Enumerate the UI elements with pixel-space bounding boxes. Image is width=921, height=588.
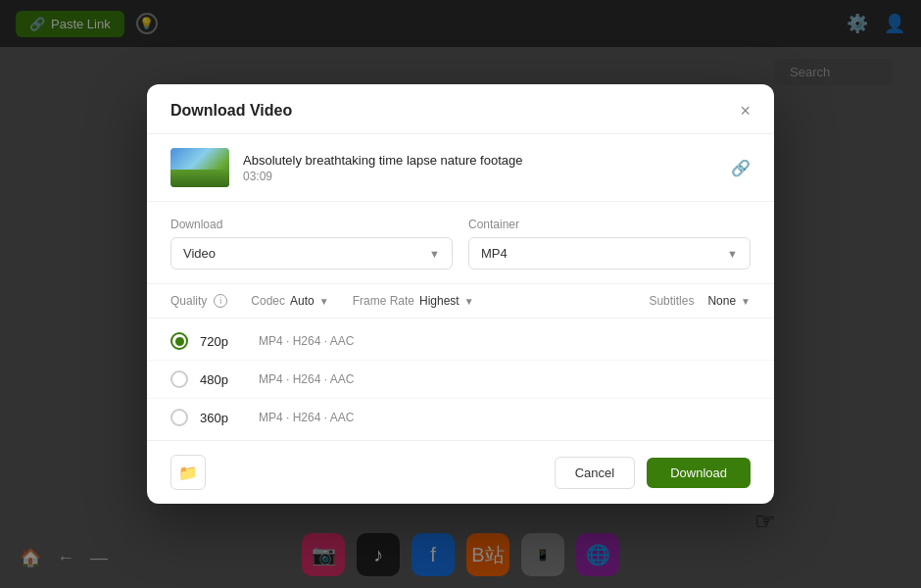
frame-rate-chevron-icon: ▼ bbox=[464, 296, 474, 307]
radio-360p[interactable] bbox=[170, 409, 188, 426]
quality-720p-label: 720p bbox=[200, 334, 259, 349]
subtitles-label: Subtitles bbox=[649, 294, 694, 308]
quality-480p-details: MP4 · H264 · AAC bbox=[259, 372, 354, 386]
download-type-label: Download bbox=[170, 218, 453, 231]
container-value: MP4 bbox=[481, 246, 508, 261]
subtitles-chevron-icon: ▼ bbox=[741, 296, 751, 307]
form-row: Download Video ▼ Container MP4 ▼ bbox=[170, 218, 751, 270]
video-thumbnail bbox=[170, 148, 229, 187]
form-section: Download Video ▼ Container MP4 ▼ bbox=[147, 202, 774, 270]
close-button[interactable]: × bbox=[740, 102, 751, 120]
quality-item-720p[interactable]: 720p MP4 · H264 · AAC bbox=[147, 322, 774, 361]
modal-header: Download Video × bbox=[147, 84, 774, 134]
quality-360p-details: MP4 · H264 · AAC bbox=[259, 411, 354, 424]
cancel-button[interactable]: Cancel bbox=[555, 457, 635, 489]
container-label: Container bbox=[468, 218, 751, 231]
download-video-modal: Download Video × Absolutely breathtaking… bbox=[147, 84, 774, 504]
quality-item-480p[interactable]: 480p MP4 · H264 · AAC bbox=[147, 361, 774, 399]
copy-link-icon[interactable]: 🔗 bbox=[731, 159, 751, 177]
frame-rate-value: Highest bbox=[419, 294, 460, 308]
modal-footer: 📁 Cancel Download bbox=[147, 440, 774, 504]
video-title: Absolutely breathtaking time lapse natur… bbox=[243, 153, 717, 168]
subtitles-option[interactable]: Subtitles None ▼ bbox=[649, 294, 751, 308]
folder-button[interactable]: 📁 bbox=[170, 455, 206, 490]
radio-480p[interactable] bbox=[170, 370, 188, 388]
options-bar: Quality i Codec Auto ▼ Frame Rate Highes… bbox=[147, 283, 774, 318]
frame-rate-option[interactable]: Frame Rate Highest ▼ bbox=[353, 294, 474, 308]
thumbnail-landscape bbox=[170, 170, 229, 187]
container-select[interactable]: MP4 ▼ bbox=[468, 237, 751, 270]
quality-720p-details: MP4 · H264 · AAC bbox=[259, 334, 354, 348]
radio-720p-inner bbox=[175, 337, 184, 346]
modal-title: Download Video bbox=[170, 102, 292, 120]
video-duration: 03:09 bbox=[243, 170, 717, 183]
modal-overlay: Download Video × Absolutely breathtaking… bbox=[0, 0, 921, 588]
video-info-row: Absolutely breathtaking time lapse natur… bbox=[147, 134, 774, 202]
quality-item-360p[interactable]: 360p MP4 · H264 · AAC bbox=[147, 399, 774, 436]
quality-label: Quality bbox=[170, 294, 207, 308]
quality-480p-label: 480p bbox=[200, 372, 259, 387]
video-meta: Absolutely breathtaking time lapse natur… bbox=[243, 153, 717, 183]
download-type-select[interactable]: Video ▼ bbox=[170, 237, 453, 270]
quality-list: 720p MP4 · H264 · AAC 480p MP4 · H264 · … bbox=[147, 318, 774, 440]
radio-720p[interactable] bbox=[170, 332, 188, 350]
quality-360p-label: 360p bbox=[200, 411, 259, 425]
codec-value: Auto bbox=[290, 294, 315, 308]
download-type-value: Video bbox=[183, 246, 216, 261]
download-type-group: Download Video ▼ bbox=[170, 218, 453, 270]
codec-option[interactable]: Codec Auto ▼ bbox=[251, 294, 328, 308]
quality-option[interactable]: Quality i bbox=[170, 294, 227, 308]
download-chevron-icon: ▼ bbox=[429, 248, 440, 260]
container-chevron-icon: ▼ bbox=[727, 248, 738, 260]
folder-icon: 📁 bbox=[178, 464, 198, 482]
quality-info-icon: i bbox=[214, 294, 227, 308]
codec-chevron-icon: ▼ bbox=[319, 296, 329, 307]
subtitles-value: None bbox=[707, 294, 736, 308]
container-group: Container MP4 ▼ bbox=[468, 218, 751, 270]
codec-label: Codec bbox=[251, 294, 285, 308]
frame-rate-label: Frame Rate bbox=[353, 294, 414, 308]
download-button[interactable]: Download bbox=[647, 458, 751, 488]
